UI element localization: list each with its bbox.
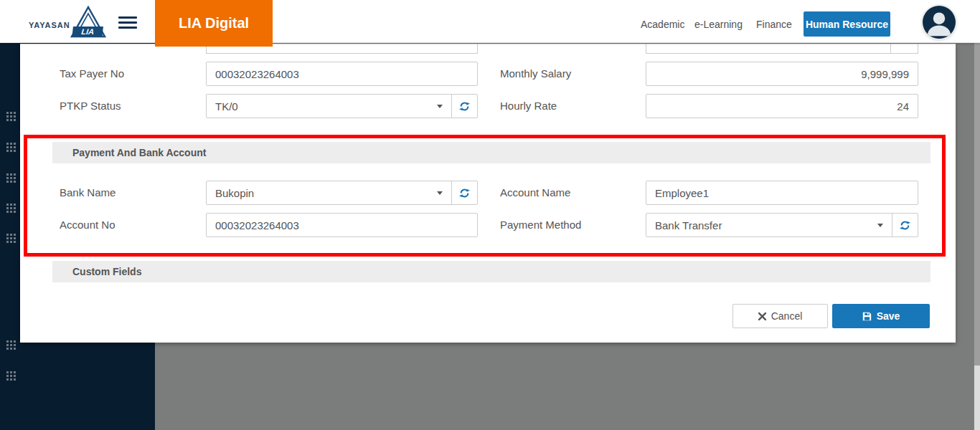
brand-lia: LIA: [81, 27, 95, 36]
truncated-select[interactable]: [646, 44, 918, 54]
cancel-label: Cancel: [771, 310, 803, 322]
save-icon: [862, 312, 872, 321]
refresh-icon: [900, 220, 910, 231]
app-title[interactable]: LIA Digital: [155, 0, 273, 47]
apps-grid-icon[interactable]: [6, 234, 9, 236]
chevron-down-icon: [437, 105, 443, 108]
save-label: Save: [877, 310, 900, 322]
ptkp-status-select[interactable]: TK/0: [207, 95, 451, 118]
cancel-button[interactable]: Cancel: [732, 304, 828, 328]
payment-method-select[interactable]: Bank Transfer: [646, 214, 892, 236]
payment-method-value: Bank Transfer: [655, 219, 722, 231]
section-payment-bank-account: Payment And Bank Account: [52, 142, 930, 163]
apps-grid-icon[interactable]: [6, 143, 9, 145]
ptkp-status-value: TK/0: [215, 100, 238, 113]
bank-name-label: Bank Name: [60, 186, 116, 199]
app-screen: Tax Payer No Monthly Salary PTKP Status …: [0, 0, 980, 430]
section-custom-fields: Custom Fields: [52, 261, 930, 282]
account-name-label: Account Name: [500, 186, 570, 199]
chevron-down-icon: [437, 191, 443, 195]
header: YAYASAN LIA LIA Digital Academic e-Learn…: [0, 0, 980, 43]
chevron-down-icon: [877, 224, 883, 227]
nav-human-resource[interactable]: Human Resource: [804, 11, 890, 37]
bank-name-refresh-button[interactable]: [451, 181, 477, 204]
section-title: Custom Fields: [72, 266, 141, 277]
brand-yayasan: YAYASAN: [29, 21, 70, 29]
payment-method-select-group: Bank Transfer: [646, 213, 918, 237]
hourly-rate-input[interactable]: [646, 94, 918, 118]
nav-finance[interactable]: Finance: [756, 19, 792, 30]
avatar[interactable]: [923, 6, 956, 39]
refresh-icon: [459, 188, 470, 199]
apps-grid-icon[interactable]: [6, 340, 9, 343]
payment-method-label: Payment Method: [500, 219, 581, 231]
close-icon: [758, 312, 766, 320]
bank-name-value: Bukopin: [215, 187, 254, 199]
monthly-salary-label: Monthly Salary: [500, 67, 571, 80]
menu-icon[interactable]: [118, 16, 137, 29]
hourly-rate-label: Hourly Rate: [500, 100, 557, 112]
refresh-icon: [459, 101, 470, 112]
apps-grid-icon[interactable]: [6, 371, 9, 373]
apps-grid-icon[interactable]: [6, 204, 9, 206]
ptkp-refresh-button[interactable]: [451, 95, 477, 118]
scrollbar-thumb[interactable]: [974, 43, 980, 366]
payment-method-refresh-button[interactable]: [892, 214, 918, 236]
account-no-label: Account No: [60, 219, 116, 231]
account-name-input[interactable]: [646, 181, 918, 205]
divider: [890, 44, 891, 53]
ptkp-status-select-group: TK/0: [206, 94, 478, 118]
lia-triangle-logo-icon: LIA: [70, 6, 106, 39]
nav-elearning[interactable]: e-Learning: [694, 19, 743, 30]
lia-logo: LIA: [70, 6, 106, 42]
bank-name-select-group: Bukopin: [206, 181, 478, 205]
page-scrollbar: [974, 43, 980, 430]
ptkp-status-label: PTKP Status: [60, 100, 121, 112]
tax-payer-no-label: Tax Payer No: [60, 67, 124, 80]
monthly-salary-input[interactable]: [646, 62, 918, 86]
bank-name-select[interactable]: Bukopin: [207, 181, 451, 204]
section-title: Payment And Bank Account: [72, 147, 206, 158]
user-silhouette-icon: [923, 6, 956, 39]
save-button[interactable]: Save: [832, 304, 930, 328]
apps-grid-icon[interactable]: [6, 173, 9, 176]
apps-grid-icon[interactable]: [6, 112, 9, 114]
tax-payer-no-input[interactable]: [206, 62, 478, 86]
account-no-input[interactable]: [206, 213, 478, 237]
nav-academic[interactable]: Academic: [641, 19, 684, 30]
